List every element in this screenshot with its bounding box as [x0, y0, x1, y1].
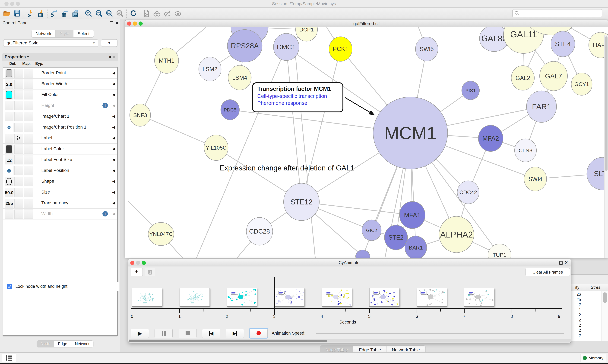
- float-window-icon[interactable]: [110, 21, 113, 25]
- default-value-cell[interactable]: [5, 177, 14, 186]
- info-icon[interactable]: i: [102, 211, 108, 217]
- default-value-cell[interactable]: [5, 101, 14, 110]
- network-node-rps28a[interactable]: RPS28A: [227, 30, 262, 62]
- import-network-button[interactable]: [25, 8, 36, 18]
- network-node-ste2[interactable]: STE2: [385, 225, 408, 250]
- frame-thumbnail-1[interactable]: [180, 288, 210, 306]
- bypass-cell[interactable]: [24, 123, 33, 132]
- float-window-icon[interactable]: [559, 261, 563, 265]
- mapping-cell[interactable]: [14, 101, 23, 110]
- mapping-cell[interactable]: [14, 188, 23, 197]
- property-row-border-paint[interactable]: Border Paint◀: [3, 68, 117, 78]
- expand-property-icon[interactable]: ◀: [112, 104, 115, 108]
- network-node-mcm1[interactable]: MCM1: [373, 97, 448, 169]
- search-input[interactable]: [521, 11, 602, 16]
- network-node-bar1[interactable]: BAR1: [405, 236, 427, 258]
- network-node-ste4[interactable]: STE4: [551, 31, 575, 57]
- lock-size-checkbox[interactable]: [7, 284, 12, 289]
- network-node-swi4[interactable]: SWI4: [524, 167, 547, 191]
- property-row-label-color[interactable]: Label Color◀: [3, 144, 117, 155]
- table-cell-value[interactable]: 2: [570, 302, 581, 307]
- expand-property-icon[interactable]: ◀: [112, 169, 115, 173]
- open-folder-button[interactable]: [1, 8, 12, 18]
- frame-thumbnail-7[interactable]: [464, 288, 494, 306]
- expand-property-icon[interactable]: ◀: [112, 147, 115, 151]
- export-table-button[interactable]: [59, 8, 70, 18]
- expand-property-icon[interactable]: ◀: [112, 93, 115, 97]
- network-node-yil105c[interactable]: YIL105C: [204, 135, 228, 160]
- annotation-box[interactable]: Transcription factor MCM1 Cell-type-spec…: [252, 82, 344, 112]
- bypass-cell[interactable]: [24, 166, 33, 175]
- table-cell-value[interactable]: 25: [570, 297, 581, 302]
- network-node-dcp1[interactable]: DCP1: [296, 27, 318, 41]
- bypass-cell[interactable]: [24, 177, 33, 186]
- bypass-cell[interactable]: [24, 209, 33, 219]
- network-node-ste12[interactable]: STE12: [284, 183, 319, 221]
- default-value-cell[interactable]: [5, 112, 14, 121]
- play-button[interactable]: ▶: [131, 329, 149, 338]
- default-value-cell[interactable]: [5, 69, 14, 78]
- table-column-header[interactable]: Stres: [591, 285, 600, 290]
- network-node-pdc5[interactable]: PDC5: [221, 100, 239, 120]
- mapping-cell[interactable]: [14, 166, 23, 175]
- search-box[interactable]: [512, 9, 602, 17]
- network-node-mfa2[interactable]: MFA2: [478, 125, 503, 152]
- default-value-cell[interactable]: 2.0: [5, 79, 14, 89]
- export-image-button[interactable]: [70, 8, 81, 18]
- mapping-cell[interactable]: [14, 199, 23, 208]
- table-cell-value[interactable]: 2: [570, 323, 581, 328]
- tab-select[interactable]: Select: [73, 30, 94, 37]
- frame-thumbnail-0[interactable]: [132, 288, 162, 306]
- mapping-cell[interactable]: [14, 209, 23, 219]
- bypass-cell[interactable]: [24, 134, 33, 143]
- property-row-image-chart-position-1[interactable]: Image/Chart Position 1◀: [3, 122, 117, 133]
- network-node-gcy1[interactable]: GCY1: [571, 73, 592, 95]
- property-row-label-font-size[interactable]: 12Label Font Size◀: [3, 155, 117, 165]
- table-column-header[interactable]: ity: [570, 285, 579, 290]
- tab-edge[interactable]: Edge: [54, 341, 71, 347]
- zoom-selected-button[interactable]: [115, 8, 125, 18]
- property-row-size[interactable]: 50.0Size◀: [3, 187, 117, 198]
- bypass-cell[interactable]: [24, 144, 33, 154]
- network-node-mfa1[interactable]: MFA1: [400, 201, 425, 229]
- show-details-button[interactable]: [173, 8, 183, 18]
- mapping-cell[interactable]: [14, 79, 23, 89]
- expand-property-icon[interactable]: ◀: [112, 71, 115, 75]
- bypass-cell[interactable]: [24, 69, 33, 78]
- network-canvas[interactable]: DCP1RPS28ADMC1PCK1SWI5GAL80GAL11STE4HAP2…: [125, 27, 608, 258]
- network-node-gal2[interactable]: GAL2: [511, 66, 534, 90]
- expand-property-icon[interactable]: ◀: [112, 136, 115, 140]
- zoom-out-button[interactable]: [94, 8, 104, 18]
- network-node[interactable]: [356, 250, 370, 258]
- table-cell-value[interactable]: 1: [570, 308, 581, 312]
- annotation-link[interactable]: Cell-type-specific transcription: [257, 93, 338, 99]
- expand-property-icon[interactable]: ◀: [112, 179, 115, 183]
- skip-end-button[interactable]: ▶: [226, 329, 244, 338]
- properties-header[interactable]: Properties ▾ » «: [2, 53, 118, 61]
- network-node-far1[interactable]: FAR1: [526, 91, 556, 122]
- expand-property-icon[interactable]: ◀: [112, 82, 115, 86]
- bypass-cell[interactable]: [24, 112, 33, 121]
- table-cell-value[interactable]: 26: [570, 292, 581, 297]
- frame-thumbnail-3[interactable]: [274, 288, 304, 306]
- network-node-ynl047c[interactable]: YNL047C: [148, 222, 174, 246]
- close-panel-icon[interactable]: ×: [115, 20, 118, 26]
- cyanimator-titlebar[interactable]: CyAnimator ×: [128, 259, 571, 266]
- network-node-cdc28[interactable]: CDC28: [246, 217, 273, 245]
- mapping-cell[interactable]: [14, 144, 23, 154]
- property-row-shape[interactable]: Shape◀: [3, 176, 117, 187]
- network-node-gic2[interactable]: GIC2: [362, 220, 381, 241]
- tab-style[interactable]: Style: [55, 30, 73, 37]
- table-cell-value[interactable]: 2: [570, 312, 581, 317]
- scrollbar-thumb[interactable]: [605, 36, 608, 171]
- zoom-in-button[interactable]: [83, 8, 94, 18]
- delete-frame-button[interactable]: [145, 268, 155, 276]
- network-node-mth1[interactable]: MTH1: [154, 48, 179, 73]
- close-panel-icon[interactable]: ×: [565, 260, 568, 265]
- table-vertical-scrollbar[interactable]: [602, 291, 608, 341]
- property-row-border-width[interactable]: 2.0Border Width◀: [3, 79, 117, 90]
- add-frame-button[interactable]: +: [131, 268, 143, 276]
- tab-node[interactable]: Node: [37, 341, 54, 347]
- frame-thumbnail-2[interactable]: [227, 288, 257, 306]
- mapping-cell[interactable]: [14, 134, 23, 143]
